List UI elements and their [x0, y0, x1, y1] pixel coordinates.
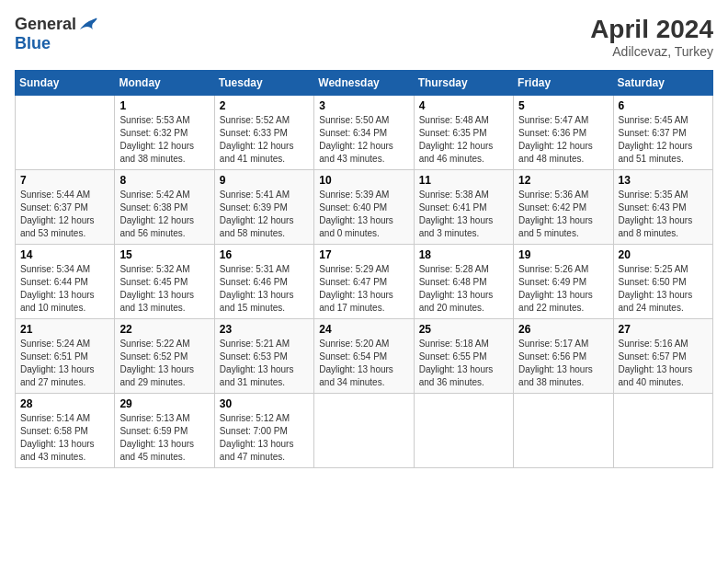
- weekday-header-sunday: Sunday: [16, 71, 115, 96]
- day-number: 4: [419, 99, 508, 112]
- day-info: Sunrise: 5:18 AM Sunset: 6:55 PM Dayligh…: [419, 338, 508, 389]
- day-info: Sunrise: 5:53 AM Sunset: 6:32 PM Dayligh…: [119, 114, 209, 166]
- day-number: 8: [119, 174, 209, 187]
- day-info: Sunrise: 5:50 AM Sunset: 6:34 PM Dayligh…: [319, 114, 408, 166]
- title-section: April 2024 Adilcevaz, Turkey: [590, 15, 713, 59]
- calendar-cell: 10Sunrise: 5:39 AM Sunset: 6:40 PM Dayli…: [314, 170, 414, 245]
- day-info: Sunrise: 5:47 AM Sunset: 6:36 PM Dayligh…: [518, 114, 608, 166]
- calendar-cell: 4Sunrise: 5:48 AM Sunset: 6:35 PM Daylig…: [414, 96, 513, 170]
- calendar-cell: 27Sunrise: 5:16 AM Sunset: 6:57 PM Dayli…: [613, 319, 712, 394]
- day-number: 29: [119, 397, 209, 410]
- day-number: 5: [518, 99, 608, 112]
- day-number: 1: [119, 99, 209, 112]
- calendar-cell: 3Sunrise: 5:50 AM Sunset: 6:34 PM Daylig…: [314, 96, 414, 170]
- day-info: Sunrise: 5:28 AM Sunset: 6:48 PM Dayligh…: [419, 263, 508, 315]
- day-number: 21: [20, 323, 109, 336]
- calendar-cell: 22Sunrise: 5:22 AM Sunset: 6:52 PM Dayli…: [115, 319, 214, 394]
- calendar-cell: [16, 96, 115, 170]
- calendar-cell: [414, 394, 513, 468]
- day-number: 2: [220, 99, 309, 112]
- day-number: 16: [220, 248, 309, 261]
- page-header: General Blue April 2024 Adilcevaz, Turke…: [15, 15, 713, 59]
- day-info: Sunrise: 5:35 AM Sunset: 6:43 PM Dayligh…: [619, 189, 708, 240]
- day-info: Sunrise: 5:25 AM Sunset: 6:50 PM Dayligh…: [619, 263, 708, 315]
- calendar-cell: 6Sunrise: 5:45 AM Sunset: 6:37 PM Daylig…: [613, 96, 712, 170]
- day-number: 19: [518, 248, 608, 261]
- calendar-cell: 5Sunrise: 5:47 AM Sunset: 6:36 PM Daylig…: [514, 96, 613, 170]
- week-row-1: 1Sunrise: 5:53 AM Sunset: 6:32 PM Daylig…: [16, 96, 713, 170]
- calendar-cell: 26Sunrise: 5:17 AM Sunset: 6:56 PM Dayli…: [514, 319, 613, 394]
- day-info: Sunrise: 5:16 AM Sunset: 6:57 PM Dayligh…: [619, 338, 708, 389]
- day-info: Sunrise: 5:39 AM Sunset: 6:40 PM Dayligh…: [319, 189, 408, 240]
- logo-bird-icon: [78, 17, 98, 33]
- day-info: Sunrise: 5:14 AM Sunset: 6:58 PM Dayligh…: [20, 412, 109, 464]
- day-info: Sunrise: 5:12 AM Sunset: 7:00 PM Dayligh…: [220, 412, 309, 464]
- day-number: 23: [220, 323, 309, 336]
- location: Adilcevaz, Turkey: [590, 44, 713, 59]
- day-number: 7: [20, 174, 109, 187]
- calendar-cell: [314, 394, 414, 468]
- day-info: Sunrise: 5:22 AM Sunset: 6:52 PM Dayligh…: [119, 338, 209, 389]
- calendar-cell: 9Sunrise: 5:41 AM Sunset: 6:39 PM Daylig…: [214, 170, 313, 245]
- day-number: 3: [319, 99, 408, 112]
- day-info: Sunrise: 5:36 AM Sunset: 6:42 PM Dayligh…: [518, 189, 608, 240]
- day-number: 26: [518, 323, 608, 336]
- day-info: Sunrise: 5:21 AM Sunset: 6:53 PM Dayligh…: [220, 338, 309, 389]
- weekday-header-friday: Friday: [514, 71, 613, 96]
- week-row-2: 7Sunrise: 5:44 AM Sunset: 6:37 PM Daylig…: [16, 170, 713, 245]
- day-number: 20: [619, 248, 708, 261]
- calendar-cell: 29Sunrise: 5:13 AM Sunset: 6:59 PM Dayli…: [115, 394, 214, 468]
- day-info: Sunrise: 5:48 AM Sunset: 6:35 PM Dayligh…: [419, 114, 508, 166]
- calendar-cell: 28Sunrise: 5:14 AM Sunset: 6:58 PM Dayli…: [16, 394, 115, 468]
- day-number: 12: [518, 174, 608, 187]
- day-number: 13: [619, 174, 708, 187]
- calendar-cell: 16Sunrise: 5:31 AM Sunset: 6:46 PM Dayli…: [214, 245, 313, 319]
- day-info: Sunrise: 5:24 AM Sunset: 6:51 PM Dayligh…: [20, 338, 109, 389]
- calendar-cell: 21Sunrise: 5:24 AM Sunset: 6:51 PM Dayli…: [16, 319, 115, 394]
- weekday-header-row: SundayMondayTuesdayWednesdayThursdayFrid…: [16, 71, 713, 96]
- weekday-header-thursday: Thursday: [414, 71, 513, 96]
- day-number: 24: [319, 323, 408, 336]
- weekday-header-wednesday: Wednesday: [314, 71, 414, 96]
- weekday-header-monday: Monday: [115, 71, 214, 96]
- calendar-cell: 14Sunrise: 5:34 AM Sunset: 6:44 PM Dayli…: [16, 245, 115, 319]
- day-info: Sunrise: 5:29 AM Sunset: 6:47 PM Dayligh…: [319, 263, 408, 315]
- day-number: 22: [119, 323, 209, 336]
- calendar-cell: 24Sunrise: 5:20 AM Sunset: 6:54 PM Dayli…: [314, 319, 414, 394]
- day-number: 25: [419, 323, 508, 336]
- day-info: Sunrise: 5:52 AM Sunset: 6:33 PM Dayligh…: [220, 114, 309, 166]
- day-info: Sunrise: 5:31 AM Sunset: 6:46 PM Dayligh…: [220, 263, 309, 315]
- day-number: 11: [419, 174, 508, 187]
- calendar-cell: 18Sunrise: 5:28 AM Sunset: 6:48 PM Dayli…: [414, 245, 513, 319]
- day-number: 18: [419, 248, 508, 261]
- day-info: Sunrise: 5:42 AM Sunset: 6:38 PM Dayligh…: [119, 189, 209, 240]
- calendar-cell: 20Sunrise: 5:25 AM Sunset: 6:50 PM Dayli…: [613, 245, 712, 319]
- day-info: Sunrise: 5:17 AM Sunset: 6:56 PM Dayligh…: [518, 338, 608, 389]
- calendar-cell: [514, 394, 613, 468]
- day-number: 28: [20, 397, 109, 410]
- calendar-cell: 15Sunrise: 5:32 AM Sunset: 6:45 PM Dayli…: [115, 245, 214, 319]
- day-info: Sunrise: 5:26 AM Sunset: 6:49 PM Dayligh…: [518, 263, 608, 315]
- calendar-cell: 8Sunrise: 5:42 AM Sunset: 6:38 PM Daylig…: [115, 170, 214, 245]
- day-info: Sunrise: 5:34 AM Sunset: 6:44 PM Dayligh…: [20, 263, 109, 315]
- day-info: Sunrise: 5:45 AM Sunset: 6:37 PM Dayligh…: [619, 114, 708, 166]
- day-number: 9: [220, 174, 309, 187]
- day-number: 27: [619, 323, 708, 336]
- logo-blue-text: Blue: [15, 34, 51, 53]
- calendar-cell: 12Sunrise: 5:36 AM Sunset: 6:42 PM Dayli…: [514, 170, 613, 245]
- calendar-cell: 1Sunrise: 5:53 AM Sunset: 6:32 PM Daylig…: [115, 96, 214, 170]
- day-info: Sunrise: 5:32 AM Sunset: 6:45 PM Dayligh…: [119, 263, 209, 315]
- day-number: 17: [319, 248, 408, 261]
- calendar-table: SundayMondayTuesdayWednesdayThursdayFrid…: [15, 70, 713, 468]
- day-info: Sunrise: 5:41 AM Sunset: 6:39 PM Dayligh…: [220, 189, 309, 240]
- weekday-header-saturday: Saturday: [613, 71, 712, 96]
- day-info: Sunrise: 5:20 AM Sunset: 6:54 PM Dayligh…: [319, 338, 408, 389]
- calendar-cell: [613, 394, 712, 468]
- week-row-5: 28Sunrise: 5:14 AM Sunset: 6:58 PM Dayli…: [16, 394, 713, 468]
- day-number: 14: [20, 248, 109, 261]
- logo-general-text: General: [15, 15, 76, 34]
- day-info: Sunrise: 5:13 AM Sunset: 6:59 PM Dayligh…: [119, 412, 209, 464]
- calendar-cell: 7Sunrise: 5:44 AM Sunset: 6:37 PM Daylig…: [16, 170, 115, 245]
- calendar-cell: 30Sunrise: 5:12 AM Sunset: 7:00 PM Dayli…: [214, 394, 313, 468]
- day-number: 6: [619, 99, 708, 112]
